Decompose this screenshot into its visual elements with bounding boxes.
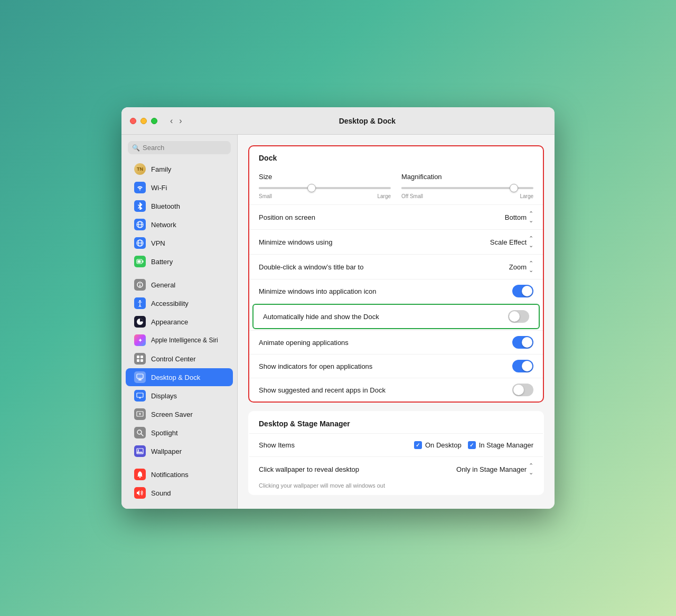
double-click-stepper[interactable]: ⌃⌄	[529, 260, 533, 274]
click-wallpaper-value[interactable]: Only in Stage Manager ⌃⌄	[456, 462, 533, 476]
search-input[interactable]	[128, 141, 231, 154]
size-slider-range-labels: Small Large	[259, 193, 391, 199]
indicators-row: Show indicators for open applications	[249, 354, 543, 378]
svg-rect-17	[140, 359, 143, 362]
animate-toggle[interactable]	[512, 336, 533, 349]
search-icon: 🔍	[132, 144, 140, 152]
double-click-value[interactable]: Zoom ⌃⌄	[509, 260, 533, 274]
on-desktop-label: On Desktop	[425, 441, 462, 449]
click-wallpaper-stepper[interactable]: ⌃⌄	[529, 462, 533, 476]
sidebar-item-appearance[interactable]: Appearance	[126, 313, 233, 331]
sidebar-label-wifi: Wi-Fi	[151, 184, 167, 192]
click-wallpaper-subtext: Clicking your wallpaper will move all wi…	[249, 481, 543, 494]
auto-hide-toggle-knob	[509, 311, 520, 322]
back-button[interactable]: ‹	[168, 115, 175, 127]
minimize-button[interactable]	[140, 118, 147, 124]
size-slider-fill	[259, 187, 312, 189]
svg-rect-21	[137, 393, 143, 397]
sidebar-item-bluetooth[interactable]: Bluetooth	[126, 197, 233, 215]
sidebar-item-notifications[interactable]: Notifications	[126, 465, 233, 483]
sidebar-label-battery: Battery	[151, 258, 173, 266]
auto-hide-toggle[interactable]	[508, 310, 529, 323]
slider-labels-row: Size Small Large	[259, 173, 533, 199]
svg-point-12	[139, 300, 141, 302]
in-stage-manager-option[interactable]: ✓ In Stage Manager	[468, 441, 533, 449]
sidebar-item-wifi[interactable]: Wi-Fi	[126, 179, 233, 197]
minimize-value[interactable]: Scale Effect ⌃⌄	[490, 235, 533, 249]
close-button[interactable]	[130, 118, 136, 124]
sidebar-item-general[interactable]: General	[126, 276, 233, 294]
sidebar-item-apple-intelligence[interactable]: ✦ Apple Intelligence & Siri	[126, 331, 233, 349]
sidebar-label-spotlight: Spotlight	[151, 429, 178, 437]
minimize-row: Minimize windows using Scale Effect ⌃⌄	[249, 229, 543, 254]
avatar-initials: TN	[137, 166, 143, 172]
main-layout: 🔍 TN Family Wi-Fi	[121, 135, 555, 509]
screen-saver-icon	[134, 408, 146, 420]
sidebar-label-notifications: Notifications	[151, 471, 189, 479]
sidebar-item-family[interactable]: TN Family	[126, 160, 233, 178]
indicators-toggle-knob	[522, 361, 532, 371]
sidebar-item-desktop-dock[interactable]: Desktop & Dock	[126, 368, 233, 386]
accessibility-icon	[134, 297, 146, 309]
sidebar: 🔍 TN Family Wi-Fi	[121, 135, 238, 509]
mag-slider-track-container[interactable]	[401, 184, 533, 192]
wallpaper-icon	[134, 445, 146, 457]
size-slider-thumb[interactable]	[307, 184, 316, 192]
forward-button[interactable]: ›	[177, 115, 184, 127]
sidebar-item-screen-saver[interactable]: Screen Saver	[126, 405, 233, 423]
sliders-section: Size Small Large	[249, 167, 543, 204]
on-desktop-option[interactable]: ✓ On Desktop	[414, 441, 462, 449]
sidebar-item-network[interactable]: Network	[126, 216, 233, 234]
svg-rect-30	[139, 477, 141, 478]
animate-label: Animate opening applications	[259, 339, 512, 347]
position-text: Bottom	[505, 213, 527, 221]
position-row: Position on screen Bottom ⌃⌄	[249, 204, 543, 229]
sidebar-label-accessibility: Accessibility	[151, 300, 189, 307]
size-label: Size	[259, 173, 391, 181]
double-click-text: Zoom	[509, 263, 527, 271]
position-stepper[interactable]: ⌃⌄	[529, 210, 533, 224]
svg-point-25	[139, 413, 141, 415]
sidebar-item-accessibility[interactable]: Accessibility	[126, 294, 233, 312]
sidebar-label-displays: Displays	[151, 392, 177, 400]
suggested-apps-row: Show suggested and recent apps in Dock	[249, 378, 543, 402]
battery-icon	[134, 256, 146, 267]
sidebar-item-sound[interactable]: Sound	[126, 484, 233, 502]
show-items-options: ✓ On Desktop ✓ In Stage Manager	[414, 441, 533, 449]
auto-hide-row: Automatically hide and show the Dock	[253, 305, 539, 328]
auto-hide-green-outline: Automatically hide and show the Dock	[252, 304, 540, 329]
in-stage-manager-label: In Stage Manager	[479, 441, 533, 449]
sidebar-item-control-center[interactable]: Control Center	[126, 350, 233, 368]
desktop-stage-section: Desktop & Stage Manager Show Items ✓ On …	[248, 411, 544, 495]
sidebar-item-wallpaper[interactable]: Wallpaper	[126, 442, 233, 460]
mag-slider-track	[401, 187, 533, 189]
sidebar-item-vpn[interactable]: VPN	[126, 234, 233, 252]
minimize-icon-toggle[interactable]	[512, 285, 533, 297]
size-slider-track-container[interactable]	[259, 184, 391, 192]
control-center-icon	[134, 353, 146, 365]
minimize-stepper[interactable]: ⌃⌄	[529, 235, 533, 249]
in-stage-manager-checkbox[interactable]: ✓	[468, 441, 476, 449]
sidebar-item-displays[interactable]: Displays	[126, 387, 233, 405]
sidebar-label-apple-intelligence: Apple Intelligence & Siri	[151, 337, 218, 344]
on-desktop-checkbox[interactable]: ✓	[414, 441, 422, 449]
sidebar-label-screen-saver: Screen Saver	[151, 410, 193, 418]
mag-slider-fill	[401, 187, 514, 189]
maximize-button[interactable]	[151, 118, 157, 124]
click-wallpaper-row: Click wallpaper to reveal desktop Only i…	[249, 456, 543, 481]
mag-slider-thumb[interactable]	[510, 184, 518, 192]
suggested-apps-toggle[interactable]	[512, 384, 533, 396]
indicators-toggle[interactable]	[512, 360, 533, 372]
sidebar-item-battery[interactable]: Battery	[126, 253, 233, 270]
double-click-row: Double-click a window’s title bar to Zoo…	[249, 254, 543, 279]
position-value[interactable]: Bottom ⌃⌄	[505, 210, 533, 224]
sidebar-label-bluetooth: Bluetooth	[151, 202, 180, 210]
sidebar-label-vpn: VPN	[151, 239, 165, 247]
size-slider-group: Size Small Large	[259, 173, 391, 199]
animate-toggle-knob	[522, 337, 532, 348]
sidebar-item-spotlight[interactable]: Spotlight	[126, 424, 233, 442]
sidebar-label-family: Family	[151, 165, 171, 173]
suggested-apps-label: Show suggested and recent apps in Dock	[259, 386, 512, 394]
svg-rect-11	[139, 285, 140, 287]
svg-line-27	[141, 434, 143, 436]
